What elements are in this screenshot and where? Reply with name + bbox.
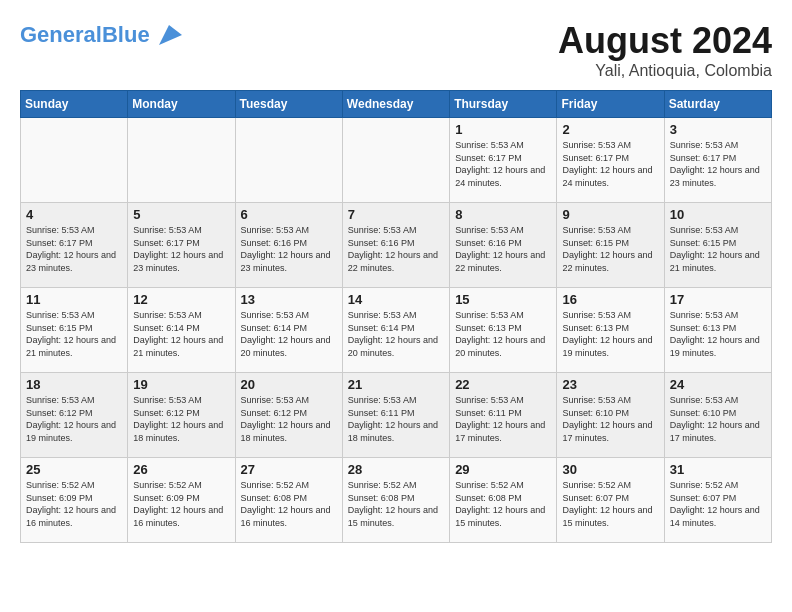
day-sun-info: Sunrise: 5:52 AM Sunset: 6:07 PM Dayligh…	[562, 479, 658, 529]
day-sun-info: Sunrise: 5:52 AM Sunset: 6:07 PM Dayligh…	[670, 479, 766, 529]
calendar-week-row: 11Sunrise: 5:53 AM Sunset: 6:15 PM Dayli…	[21, 288, 772, 373]
calendar-cell: 4Sunrise: 5:53 AM Sunset: 6:17 PM Daylig…	[21, 203, 128, 288]
day-number: 20	[241, 377, 337, 392]
weekday-header-row: SundayMondayTuesdayWednesdayThursdayFrid…	[21, 91, 772, 118]
calendar-cell: 18Sunrise: 5:53 AM Sunset: 6:12 PM Dayli…	[21, 373, 128, 458]
day-sun-info: Sunrise: 5:52 AM Sunset: 6:08 PM Dayligh…	[455, 479, 551, 529]
weekday-header-friday: Friday	[557, 91, 664, 118]
calendar-cell: 12Sunrise: 5:53 AM Sunset: 6:14 PM Dayli…	[128, 288, 235, 373]
calendar-cell: 19Sunrise: 5:53 AM Sunset: 6:12 PM Dayli…	[128, 373, 235, 458]
day-sun-info: Sunrise: 5:53 AM Sunset: 6:16 PM Dayligh…	[348, 224, 444, 274]
day-number: 29	[455, 462, 551, 477]
calendar-week-row: 4Sunrise: 5:53 AM Sunset: 6:17 PM Daylig…	[21, 203, 772, 288]
calendar-cell: 20Sunrise: 5:53 AM Sunset: 6:12 PM Dayli…	[235, 373, 342, 458]
calendar-cell: 7Sunrise: 5:53 AM Sunset: 6:16 PM Daylig…	[342, 203, 449, 288]
calendar-cell: 21Sunrise: 5:53 AM Sunset: 6:11 PM Dayli…	[342, 373, 449, 458]
calendar-cell: 9Sunrise: 5:53 AM Sunset: 6:15 PM Daylig…	[557, 203, 664, 288]
calendar-cell: 2Sunrise: 5:53 AM Sunset: 6:17 PM Daylig…	[557, 118, 664, 203]
day-sun-info: Sunrise: 5:53 AM Sunset: 6:12 PM Dayligh…	[26, 394, 122, 444]
calendar-cell: 17Sunrise: 5:53 AM Sunset: 6:13 PM Dayli…	[664, 288, 771, 373]
logo-icon	[154, 20, 184, 50]
weekday-header-wednesday: Wednesday	[342, 91, 449, 118]
calendar-cell: 10Sunrise: 5:53 AM Sunset: 6:15 PM Dayli…	[664, 203, 771, 288]
calendar-week-row: 18Sunrise: 5:53 AM Sunset: 6:12 PM Dayli…	[21, 373, 772, 458]
day-number: 31	[670, 462, 766, 477]
weekday-header-sunday: Sunday	[21, 91, 128, 118]
calendar-cell: 1Sunrise: 5:53 AM Sunset: 6:17 PM Daylig…	[450, 118, 557, 203]
calendar-cell: 25Sunrise: 5:52 AM Sunset: 6:09 PM Dayli…	[21, 458, 128, 543]
day-number: 10	[670, 207, 766, 222]
day-sun-info: Sunrise: 5:53 AM Sunset: 6:12 PM Dayligh…	[241, 394, 337, 444]
weekday-header-thursday: Thursday	[450, 91, 557, 118]
calendar-cell	[235, 118, 342, 203]
day-number: 2	[562, 122, 658, 137]
calendar-cell: 8Sunrise: 5:53 AM Sunset: 6:16 PM Daylig…	[450, 203, 557, 288]
calendar-cell: 28Sunrise: 5:52 AM Sunset: 6:08 PM Dayli…	[342, 458, 449, 543]
calendar-cell	[342, 118, 449, 203]
day-number: 11	[26, 292, 122, 307]
day-sun-info: Sunrise: 5:53 AM Sunset: 6:15 PM Dayligh…	[26, 309, 122, 359]
calendar-cell	[21, 118, 128, 203]
day-sun-info: Sunrise: 5:53 AM Sunset: 6:14 PM Dayligh…	[133, 309, 229, 359]
day-number: 21	[348, 377, 444, 392]
page-header: GeneralBlue August 2024 Yali, Antioquia,…	[20, 20, 772, 80]
day-number: 12	[133, 292, 229, 307]
day-number: 26	[133, 462, 229, 477]
weekday-header-tuesday: Tuesday	[235, 91, 342, 118]
day-number: 16	[562, 292, 658, 307]
day-number: 25	[26, 462, 122, 477]
svg-marker-0	[159, 25, 182, 45]
day-sun-info: Sunrise: 5:53 AM Sunset: 6:11 PM Dayligh…	[455, 394, 551, 444]
calendar-cell: 15Sunrise: 5:53 AM Sunset: 6:13 PM Dayli…	[450, 288, 557, 373]
day-number: 23	[562, 377, 658, 392]
calendar-cell: 3Sunrise: 5:53 AM Sunset: 6:17 PM Daylig…	[664, 118, 771, 203]
day-sun-info: Sunrise: 5:53 AM Sunset: 6:14 PM Dayligh…	[348, 309, 444, 359]
day-sun-info: Sunrise: 5:53 AM Sunset: 6:14 PM Dayligh…	[241, 309, 337, 359]
day-number: 7	[348, 207, 444, 222]
day-sun-info: Sunrise: 5:53 AM Sunset: 6:17 PM Dayligh…	[455, 139, 551, 189]
calendar-week-row: 1Sunrise: 5:53 AM Sunset: 6:17 PM Daylig…	[21, 118, 772, 203]
calendar-cell	[128, 118, 235, 203]
day-sun-info: Sunrise: 5:53 AM Sunset: 6:10 PM Dayligh…	[670, 394, 766, 444]
weekday-header-monday: Monday	[128, 91, 235, 118]
calendar-cell: 16Sunrise: 5:53 AM Sunset: 6:13 PM Dayli…	[557, 288, 664, 373]
day-number: 28	[348, 462, 444, 477]
day-number: 15	[455, 292, 551, 307]
day-sun-info: Sunrise: 5:53 AM Sunset: 6:13 PM Dayligh…	[455, 309, 551, 359]
day-number: 18	[26, 377, 122, 392]
calendar-cell: 23Sunrise: 5:53 AM Sunset: 6:10 PM Dayli…	[557, 373, 664, 458]
location-subtitle: Yali, Antioquia, Colombia	[558, 62, 772, 80]
weekday-header-saturday: Saturday	[664, 91, 771, 118]
day-number: 8	[455, 207, 551, 222]
logo-text: GeneralBlue	[20, 24, 150, 46]
month-year-title: August 2024	[558, 20, 772, 62]
day-sun-info: Sunrise: 5:53 AM Sunset: 6:17 PM Dayligh…	[26, 224, 122, 274]
day-sun-info: Sunrise: 5:53 AM Sunset: 6:12 PM Dayligh…	[133, 394, 229, 444]
logo-general: General	[20, 22, 102, 47]
calendar-body: 1Sunrise: 5:53 AM Sunset: 6:17 PM Daylig…	[21, 118, 772, 543]
day-number: 19	[133, 377, 229, 392]
day-number: 4	[26, 207, 122, 222]
calendar-cell: 5Sunrise: 5:53 AM Sunset: 6:17 PM Daylig…	[128, 203, 235, 288]
calendar-cell: 13Sunrise: 5:53 AM Sunset: 6:14 PM Dayli…	[235, 288, 342, 373]
day-sun-info: Sunrise: 5:52 AM Sunset: 6:09 PM Dayligh…	[26, 479, 122, 529]
calendar-cell: 14Sunrise: 5:53 AM Sunset: 6:14 PM Dayli…	[342, 288, 449, 373]
day-sun-info: Sunrise: 5:52 AM Sunset: 6:09 PM Dayligh…	[133, 479, 229, 529]
day-sun-info: Sunrise: 5:53 AM Sunset: 6:15 PM Dayligh…	[670, 224, 766, 274]
day-sun-info: Sunrise: 5:53 AM Sunset: 6:13 PM Dayligh…	[562, 309, 658, 359]
day-number: 14	[348, 292, 444, 307]
calendar-cell: 30Sunrise: 5:52 AM Sunset: 6:07 PM Dayli…	[557, 458, 664, 543]
calendar-cell: 24Sunrise: 5:53 AM Sunset: 6:10 PM Dayli…	[664, 373, 771, 458]
day-number: 6	[241, 207, 337, 222]
day-number: 13	[241, 292, 337, 307]
calendar-cell: 11Sunrise: 5:53 AM Sunset: 6:15 PM Dayli…	[21, 288, 128, 373]
day-number: 5	[133, 207, 229, 222]
calendar-cell: 29Sunrise: 5:52 AM Sunset: 6:08 PM Dayli…	[450, 458, 557, 543]
day-number: 9	[562, 207, 658, 222]
calendar-cell: 26Sunrise: 5:52 AM Sunset: 6:09 PM Dayli…	[128, 458, 235, 543]
day-number: 1	[455, 122, 551, 137]
day-sun-info: Sunrise: 5:53 AM Sunset: 6:11 PM Dayligh…	[348, 394, 444, 444]
day-number: 3	[670, 122, 766, 137]
calendar-header: SundayMondayTuesdayWednesdayThursdayFrid…	[21, 91, 772, 118]
logo-blue: Blue	[102, 22, 150, 47]
